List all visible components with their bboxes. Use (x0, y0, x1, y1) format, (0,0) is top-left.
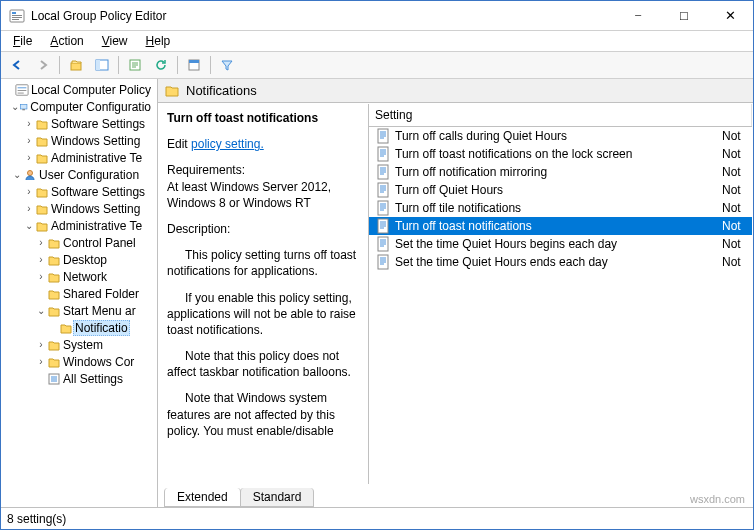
policy-icon (375, 254, 391, 270)
list-item-state: Not (722, 237, 752, 251)
list-item-state: Not (722, 201, 752, 215)
tree-user-config[interactable]: ⌄User Configuration (1, 166, 157, 183)
policy-icon (375, 182, 391, 198)
svg-rect-1 (12, 12, 16, 14)
menu-help[interactable]: Help (138, 32, 179, 50)
list-item-name: Set the time Quiet Hours ends each day (395, 255, 722, 269)
gpedit-window: Local Group Policy Editor − □ ✕ File Act… (0, 0, 754, 530)
list-item-state: Not (722, 219, 752, 233)
right-header-title: Notifications (186, 83, 257, 98)
list-item-name: Turn off calls during Quiet Hours (395, 129, 722, 143)
selected-setting-title: Turn off toast notifications (167, 110, 360, 126)
list-row[interactable]: Turn off toast notifications on the lock… (369, 145, 752, 163)
back-button[interactable] (5, 54, 29, 76)
description-p1: This policy setting turns off toast noti… (167, 247, 360, 279)
tree-shared-folders[interactable]: Shared Folder (1, 285, 157, 302)
tab-extended[interactable]: Extended (164, 488, 241, 507)
app-icon (9, 8, 25, 24)
list-row[interactable]: Turn off tile notificationsNot (369, 199, 752, 217)
right-pane: Notifications Turn off toast notificatio… (158, 79, 753, 507)
tree-cc-admin[interactable]: ›Administrative Te (1, 149, 157, 166)
policy-icon (375, 200, 391, 216)
tree-computer-config[interactable]: ⌄Computer Configuratio (1, 98, 157, 115)
column-setting[interactable]: Setting (369, 104, 752, 126)
svg-rect-3 (12, 17, 22, 18)
svg-rect-5 (71, 63, 81, 70)
svg-rect-10 (189, 60, 199, 63)
list-item-name: Turn off toast notifications on the lock… (395, 147, 722, 161)
svg-rect-15 (20, 104, 27, 109)
policy-icon (375, 146, 391, 162)
requirements-label: Requirements: (167, 162, 360, 178)
list-row[interactable]: Set the time Quiet Hours begins each day… (369, 235, 752, 253)
description-label: Description: (167, 221, 360, 237)
description-pane: Turn off toast notifications Edit policy… (159, 104, 369, 484)
tree-control-panel[interactable]: ›Control Panel (1, 234, 157, 251)
tab-standard[interactable]: Standard (240, 488, 315, 507)
list-item-state: Not (722, 183, 752, 197)
svg-rect-4 (12, 19, 19, 20)
description-p2: If you enable this policy setting, appli… (167, 290, 360, 339)
tree-desktop[interactable]: ›Desktop (1, 251, 157, 268)
list-row[interactable]: Turn off Quiet HoursNot (369, 181, 752, 199)
tree-cc-windows[interactable]: ›Windows Setting (1, 132, 157, 149)
tree-start-menu[interactable]: ⌄Start Menu ar (1, 302, 157, 319)
menu-view[interactable]: View (94, 32, 136, 50)
maximize-button[interactable]: □ (661, 1, 707, 30)
list-row[interactable]: Set the time Quiet Hours ends each dayNo… (369, 253, 752, 271)
tree-notifications[interactable]: Notificatio (1, 319, 157, 336)
list-item-name: Turn off Quiet Hours (395, 183, 722, 197)
tree-uc-software[interactable]: ›Software Settings (1, 183, 157, 200)
svg-rect-14 (18, 92, 24, 93)
tree-cc-software[interactable]: ›Software Settings (1, 115, 157, 132)
list-item-state: Not (722, 129, 752, 143)
close-button[interactable]: ✕ (707, 1, 753, 30)
status-text: 8 setting(s) (7, 512, 66, 526)
tree-uc-windows[interactable]: ›Windows Setting (1, 200, 157, 217)
svg-rect-13 (18, 90, 27, 91)
policy-icon (375, 164, 391, 180)
list-item-name: Turn off tile notifications (395, 201, 722, 215)
list-item-state: Not (722, 255, 752, 269)
list-row[interactable]: Turn off notification mirroringNot (369, 163, 752, 181)
tree-all-settings[interactable]: All Settings (1, 370, 157, 387)
list-item-name: Turn off notification mirroring (395, 165, 722, 179)
menu-file[interactable]: File (5, 32, 40, 50)
tree-network[interactable]: ›Network (1, 268, 157, 285)
statusbar: 8 setting(s) (1, 507, 753, 529)
svg-rect-2 (12, 15, 22, 16)
view-tabs: Extended Standard (158, 485, 753, 507)
tree-system[interactable]: ›System (1, 336, 157, 353)
properties-button[interactable] (182, 54, 206, 76)
description-p4: Note that Windows system features are no… (167, 390, 360, 439)
list-header: Setting (369, 104, 752, 127)
list-row[interactable]: Turn off calls during Quiet HoursNot (369, 127, 752, 145)
list-item-name: Turn off toast notifications (395, 219, 722, 233)
svg-rect-12 (18, 87, 27, 88)
policy-icon (375, 236, 391, 252)
tree-root[interactable]: Local Computer Policy (1, 81, 157, 98)
list-item-name: Set the time Quiet Hours begins each day (395, 237, 722, 251)
up-button[interactable] (64, 54, 88, 76)
tree-pane[interactable]: Local Computer Policy ⌄Computer Configur… (1, 79, 158, 507)
settings-list-pane: Setting Turn off calls during Quiet Hour… (369, 104, 752, 484)
show-hide-tree-button[interactable] (90, 54, 114, 76)
requirements-text: At least Windows Server 2012, Windows 8 … (167, 179, 360, 211)
forward-button[interactable] (31, 54, 55, 76)
filter-button[interactable] (215, 54, 239, 76)
refresh-button[interactable] (149, 54, 173, 76)
edit-policy-link[interactable]: policy setting. (191, 137, 264, 151)
svg-point-17 (28, 170, 33, 175)
menu-action[interactable]: Action (42, 32, 91, 50)
window-title: Local Group Policy Editor (31, 9, 615, 23)
list-row[interactable]: Turn off toast notificationsNot (369, 217, 752, 235)
svg-rect-16 (22, 108, 25, 109)
folder-icon (164, 83, 180, 99)
tree-windows-components[interactable]: ›Windows Cor (1, 353, 157, 370)
settings-list[interactable]: Turn off calls during Quiet HoursNotTurn… (369, 127, 752, 484)
menubar: File Action View Help (1, 31, 753, 51)
export-list-button[interactable] (123, 54, 147, 76)
right-header: Notifications (158, 79, 753, 103)
tree-uc-admin[interactable]: ⌄Administrative Te (1, 217, 157, 234)
minimize-button[interactable]: − (615, 1, 661, 30)
